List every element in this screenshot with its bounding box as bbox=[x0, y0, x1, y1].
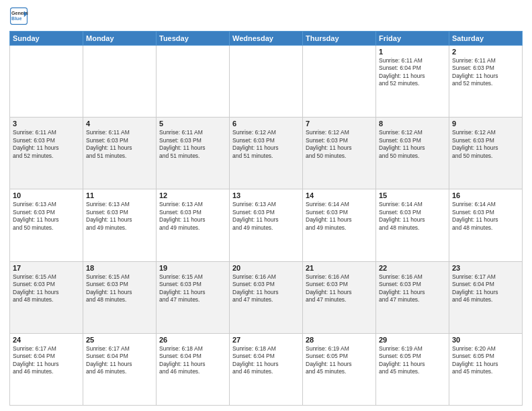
calendar-cell: 22Sunrise: 6:16 AM Sunset: 6:03 PM Dayli… bbox=[376, 261, 449, 333]
day-number: 20 bbox=[232, 264, 300, 272]
day-info: Sunrise: 6:12 AM Sunset: 6:03 PM Dayligh… bbox=[306, 129, 373, 160]
calendar-cell: 10Sunrise: 6:13 AM Sunset: 6:03 PM Dayli… bbox=[10, 189, 83, 261]
calendar-cell: 3Sunrise: 6:11 AM Sunset: 6:03 PM Daylig… bbox=[10, 118, 83, 189]
day-number: 15 bbox=[379, 191, 446, 199]
day-number: 22 bbox=[379, 264, 446, 272]
day-info: Sunrise: 6:17 AM Sunset: 6:04 PM Dayligh… bbox=[452, 273, 519, 304]
calendar-cell bbox=[230, 46, 303, 118]
header: General Blue bbox=[9, 7, 523, 26]
calendar-cell: 5Sunrise: 6:11 AM Sunset: 6:03 PM Daylig… bbox=[157, 118, 230, 189]
calendar-cell: 26Sunrise: 6:18 AM Sunset: 6:04 PM Dayli… bbox=[157, 333, 230, 405]
calendar-row-2: 10Sunrise: 6:13 AM Sunset: 6:03 PM Dayli… bbox=[10, 189, 523, 261]
weekday-header-tuesday: Tuesday bbox=[157, 32, 230, 46]
day-info: Sunrise: 6:19 AM Sunset: 6:05 PM Dayligh… bbox=[306, 345, 373, 376]
day-number: 28 bbox=[306, 336, 373, 344]
calendar-cell: 16Sunrise: 6:14 AM Sunset: 6:03 PM Dayli… bbox=[449, 189, 523, 261]
calendar-cell: 1Sunrise: 6:11 AM Sunset: 6:04 PM Daylig… bbox=[376, 46, 449, 118]
day-info: Sunrise: 6:13 AM Sunset: 6:03 PM Dayligh… bbox=[86, 201, 153, 232]
day-number: 4 bbox=[86, 120, 153, 128]
calendar-row-1: 3Sunrise: 6:11 AM Sunset: 6:03 PM Daylig… bbox=[10, 118, 523, 189]
day-info: Sunrise: 6:17 AM Sunset: 6:04 PM Dayligh… bbox=[13, 345, 80, 376]
calendar-cell: 12Sunrise: 6:13 AM Sunset: 6:03 PM Dayli… bbox=[157, 189, 230, 261]
calendar-cell: 8Sunrise: 6:12 AM Sunset: 6:03 PM Daylig… bbox=[376, 118, 449, 189]
logo: General Blue bbox=[9, 7, 28, 26]
day-info: Sunrise: 6:11 AM Sunset: 6:03 PM Dayligh… bbox=[86, 129, 153, 160]
day-number: 18 bbox=[86, 264, 153, 272]
day-number: 11 bbox=[86, 191, 153, 199]
logo-icon: General Blue bbox=[9, 7, 28, 26]
calendar-cell: 15Sunrise: 6:14 AM Sunset: 6:03 PM Dayli… bbox=[376, 189, 449, 261]
calendar-row-3: 17Sunrise: 6:15 AM Sunset: 6:03 PM Dayli… bbox=[10, 261, 523, 333]
day-info: Sunrise: 6:12 AM Sunset: 6:03 PM Dayligh… bbox=[232, 129, 300, 160]
day-info: Sunrise: 6:18 AM Sunset: 6:04 PM Dayligh… bbox=[232, 345, 300, 376]
svg-text:Blue: Blue bbox=[11, 16, 21, 21]
calendar-cell: 20Sunrise: 6:16 AM Sunset: 6:03 PM Dayli… bbox=[230, 261, 303, 333]
day-info: Sunrise: 6:16 AM Sunset: 6:03 PM Dayligh… bbox=[379, 273, 446, 304]
calendar-cell bbox=[83, 46, 157, 118]
calendar-cell: 9Sunrise: 6:12 AM Sunset: 6:03 PM Daylig… bbox=[449, 118, 523, 189]
day-number: 16 bbox=[452, 191, 519, 199]
calendar-cell: 11Sunrise: 6:13 AM Sunset: 6:03 PM Dayli… bbox=[83, 189, 157, 261]
calendar-cell: 18Sunrise: 6:15 AM Sunset: 6:03 PM Dayli… bbox=[83, 261, 157, 333]
day-number: 13 bbox=[232, 191, 300, 199]
calendar-cell bbox=[10, 46, 83, 118]
day-info: Sunrise: 6:12 AM Sunset: 6:03 PM Dayligh… bbox=[452, 129, 519, 160]
day-info: Sunrise: 6:11 AM Sunset: 6:04 PM Dayligh… bbox=[379, 57, 446, 88]
weekday-header-row: SundayMondayTuesdayWednesdayThursdayFrid… bbox=[10, 32, 523, 46]
day-number: 23 bbox=[452, 264, 519, 272]
day-number: 8 bbox=[379, 120, 446, 128]
calendar-row-4: 24Sunrise: 6:17 AM Sunset: 6:04 PM Dayli… bbox=[10, 333, 523, 405]
calendar-cell: 6Sunrise: 6:12 AM Sunset: 6:03 PM Daylig… bbox=[230, 118, 303, 189]
weekday-header-friday: Friday bbox=[376, 32, 449, 46]
day-number: 6 bbox=[232, 120, 300, 128]
day-info: Sunrise: 6:18 AM Sunset: 6:04 PM Dayligh… bbox=[159, 345, 226, 376]
day-info: Sunrise: 6:11 AM Sunset: 6:03 PM Dayligh… bbox=[159, 129, 226, 160]
day-number: 12 bbox=[159, 191, 226, 199]
day-number: 27 bbox=[232, 336, 300, 344]
day-info: Sunrise: 6:17 AM Sunset: 6:04 PM Dayligh… bbox=[86, 345, 153, 376]
page: General Blue SundayMondayTuesdayWednesda… bbox=[0, 0, 532, 411]
calendar-cell: 23Sunrise: 6:17 AM Sunset: 6:04 PM Dayli… bbox=[449, 261, 523, 333]
weekday-header-saturday: Saturday bbox=[449, 32, 523, 46]
calendar-cell: 2Sunrise: 6:11 AM Sunset: 6:03 PM Daylig… bbox=[449, 46, 523, 118]
day-number: 25 bbox=[86, 336, 153, 344]
day-info: Sunrise: 6:13 AM Sunset: 6:03 PM Dayligh… bbox=[13, 201, 80, 232]
day-info: Sunrise: 6:15 AM Sunset: 6:03 PM Dayligh… bbox=[86, 273, 153, 304]
weekday-header-wednesday: Wednesday bbox=[230, 32, 303, 46]
day-number: 9 bbox=[452, 120, 519, 128]
calendar-cell: 14Sunrise: 6:14 AM Sunset: 6:03 PM Dayli… bbox=[303, 189, 376, 261]
calendar-cell: 25Sunrise: 6:17 AM Sunset: 6:04 PM Dayli… bbox=[83, 333, 157, 405]
day-number: 29 bbox=[379, 336, 446, 344]
day-number: 1 bbox=[379, 48, 446, 56]
day-number: 21 bbox=[306, 264, 373, 272]
day-number: 19 bbox=[159, 264, 226, 272]
calendar-cell bbox=[303, 46, 376, 118]
day-info: Sunrise: 6:14 AM Sunset: 6:03 PM Dayligh… bbox=[379, 201, 446, 232]
calendar-cell: 30Sunrise: 6:20 AM Sunset: 6:05 PM Dayli… bbox=[449, 333, 523, 405]
weekday-header-monday: Monday bbox=[83, 32, 157, 46]
day-number: 26 bbox=[159, 336, 226, 344]
day-number: 24 bbox=[13, 336, 80, 344]
calendar-cell bbox=[157, 46, 230, 118]
day-number: 7 bbox=[306, 120, 373, 128]
day-info: Sunrise: 6:19 AM Sunset: 6:05 PM Dayligh… bbox=[379, 345, 446, 376]
calendar-row-0: 1Sunrise: 6:11 AM Sunset: 6:04 PM Daylig… bbox=[10, 46, 523, 118]
day-info: Sunrise: 6:15 AM Sunset: 6:03 PM Dayligh… bbox=[159, 273, 226, 304]
day-info: Sunrise: 6:20 AM Sunset: 6:05 PM Dayligh… bbox=[452, 345, 519, 376]
calendar-cell: 24Sunrise: 6:17 AM Sunset: 6:04 PM Dayli… bbox=[10, 333, 83, 405]
calendar-cell: 4Sunrise: 6:11 AM Sunset: 6:03 PM Daylig… bbox=[83, 118, 157, 189]
day-info: Sunrise: 6:11 AM Sunset: 6:03 PM Dayligh… bbox=[13, 129, 80, 160]
calendar-cell: 27Sunrise: 6:18 AM Sunset: 6:04 PM Dayli… bbox=[230, 333, 303, 405]
calendar-cell: 13Sunrise: 6:13 AM Sunset: 6:03 PM Dayli… bbox=[230, 189, 303, 261]
day-number: 30 bbox=[452, 336, 519, 344]
calendar-cell: 21Sunrise: 6:16 AM Sunset: 6:03 PM Dayli… bbox=[303, 261, 376, 333]
weekday-header-thursday: Thursday bbox=[303, 32, 376, 46]
day-info: Sunrise: 6:14 AM Sunset: 6:03 PM Dayligh… bbox=[306, 201, 373, 232]
calendar-cell: 29Sunrise: 6:19 AM Sunset: 6:05 PM Dayli… bbox=[376, 333, 449, 405]
calendar-cell: 7Sunrise: 6:12 AM Sunset: 6:03 PM Daylig… bbox=[303, 118, 376, 189]
day-info: Sunrise: 6:13 AM Sunset: 6:03 PM Dayligh… bbox=[159, 201, 226, 232]
calendar-cell: 28Sunrise: 6:19 AM Sunset: 6:05 PM Dayli… bbox=[303, 333, 376, 405]
day-info: Sunrise: 6:14 AM Sunset: 6:03 PM Dayligh… bbox=[452, 201, 519, 232]
day-number: 3 bbox=[13, 120, 80, 128]
day-number: 5 bbox=[159, 120, 226, 128]
